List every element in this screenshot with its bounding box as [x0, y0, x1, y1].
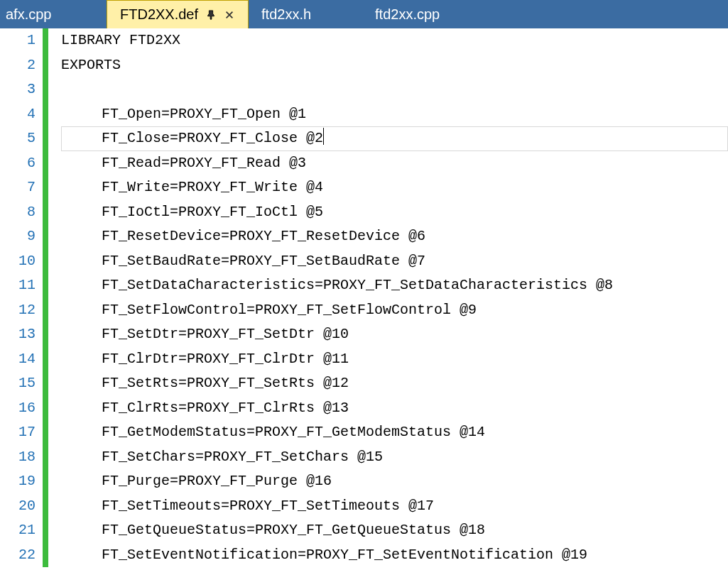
line-number: 8 — [0, 200, 36, 225]
code-line[interactable] — [61, 77, 728, 102]
tab-afx-cpp[interactable]: afx.cpp — [0, 0, 107, 28]
line-number: 16 — [0, 396, 36, 421]
change-mark — [43, 420, 48, 445]
line-number: 4 — [0, 102, 36, 127]
tab-ftd2xx-cpp[interactable]: ftd2xx.cpp — [362, 0, 476, 28]
line-number: 1 — [0, 28, 36, 53]
change-mark — [43, 151, 48, 176]
code-line[interactable]: FT_SetFlowControl=PROXY_FT_SetFlowContro… — [61, 298, 728, 323]
line-number: 15 — [0, 371, 36, 396]
tab-ftd2xx-h[interactable]: ftd2xx.h — [249, 0, 362, 28]
line-number: 11 — [0, 273, 36, 298]
line-number: 17 — [0, 420, 36, 445]
code-line[interactable]: FT_SetBaudRate=PROXY_FT_SetBaudRate @7 — [61, 249, 728, 274]
line-number: 6 — [0, 151, 36, 176]
line-number: 10 — [0, 249, 36, 274]
tab-label: ftd2xx.h — [261, 6, 349, 23]
close-icon[interactable] — [224, 9, 235, 21]
code-line[interactable]: FT_SetRts=PROXY_FT_SetRts @12 — [61, 371, 728, 396]
line-number: 9 — [0, 224, 36, 249]
change-mark — [43, 224, 48, 249]
change-mark — [43, 543, 48, 568]
code-line[interactable]: FT_GetQueueStatus=PROXY_FT_GetQueueStatu… — [61, 518, 728, 543]
change-mark — [43, 396, 48, 421]
line-number: 22 — [0, 543, 36, 568]
line-number-gutter: 12345678910111213141516171819202122 — [0, 28, 43, 570]
code-editor[interactable]: 12345678910111213141516171819202122 LIBR… — [0, 28, 728, 570]
code-line[interactable]: FT_ClrDtr=PROXY_FT_ClrDtr @11 — [61, 347, 728, 372]
change-mark — [43, 494, 48, 519]
change-mark — [43, 200, 48, 225]
code-line[interactable]: FT_Read=PROXY_FT_Read @3 — [61, 151, 728, 176]
line-number: 18 — [0, 445, 36, 470]
tab-label: FTD2XX.def — [120, 6, 198, 23]
line-number: 14 — [0, 347, 36, 372]
tab-label: afx.cpp — [6, 6, 94, 23]
change-mark — [43, 371, 48, 396]
pin-icon[interactable] — [205, 9, 217, 21]
change-mark — [43, 322, 48, 347]
change-mark — [43, 77, 48, 102]
change-mark — [43, 273, 48, 298]
line-number: 13 — [0, 322, 36, 347]
code-line[interactable]: FT_Close=PROXY_FT_Close @2 — [61, 126, 728, 151]
tab-label: ftd2xx.cpp — [375, 6, 463, 23]
change-mark — [43, 53, 48, 78]
line-number: 2 — [0, 53, 36, 78]
code-line[interactable]: FT_IoCtl=PROXY_FT_IoCtl @5 — [61, 200, 728, 225]
code-line[interactable]: FT_SetChars=PROXY_FT_SetChars @15 — [61, 445, 728, 470]
tab-ftd2xx-def[interactable]: FTD2XX.def — [107, 0, 249, 28]
change-mark — [43, 298, 48, 323]
code-line[interactable]: FT_SetDataCharacteristics=PROXY_FT_SetDa… — [61, 273, 728, 298]
change-mark — [43, 518, 48, 543]
change-mark — [43, 28, 48, 53]
code-line[interactable]: FT_SetTimeouts=PROXY_FT_SetTimeouts @17 — [61, 494, 728, 519]
code-line[interactable]: FT_Open=PROXY_FT_Open @1 — [61, 102, 728, 127]
code-line[interactable]: FT_ResetDevice=PROXY_FT_ResetDevice @6 — [61, 224, 728, 249]
change-mark — [43, 445, 48, 470]
code-text-area[interactable]: LIBRARY FTD2XXEXPORTSFT_Open=PROXY_FT_Op… — [48, 28, 728, 570]
code-line[interactable]: LIBRARY FTD2XX — [61, 28, 728, 53]
code-line[interactable]: FT_Write=PROXY_FT_Write @4 — [61, 175, 728, 200]
line-number: 5 — [0, 126, 36, 151]
change-mark — [43, 175, 48, 200]
line-number: 7 — [0, 175, 36, 200]
change-mark — [43, 102, 48, 127]
line-number: 21 — [0, 518, 36, 543]
text-cursor — [323, 128, 324, 145]
code-line[interactable]: EXPORTS — [61, 53, 728, 78]
change-mark — [43, 347, 48, 372]
line-number: 12 — [0, 298, 36, 323]
code-line[interactable]: FT_Purge=PROXY_FT_Purge @16 — [61, 469, 728, 494]
code-line[interactable]: FT_SetEventNotification=PROXY_FT_SetEven… — [61, 543, 728, 568]
line-number: 20 — [0, 494, 36, 519]
change-marker-column — [43, 28, 48, 570]
code-line[interactable]: FT_ClrRts=PROXY_FT_ClrRts @13 — [61, 396, 728, 421]
code-line[interactable]: FT_SetDtr=PROXY_FT_SetDtr @10 — [61, 322, 728, 347]
code-line[interactable]: FT_GetModemStatus=PROXY_FT_GetModemStatu… — [61, 420, 728, 445]
change-mark — [43, 469, 48, 494]
change-mark — [43, 249, 48, 274]
tab-bar: afx.cpp FTD2XX.def ftd2xx.h ftd2xx.cpp — [0, 0, 728, 28]
change-mark — [43, 126, 48, 151]
line-number: 3 — [0, 77, 36, 102]
line-number: 19 — [0, 469, 36, 494]
